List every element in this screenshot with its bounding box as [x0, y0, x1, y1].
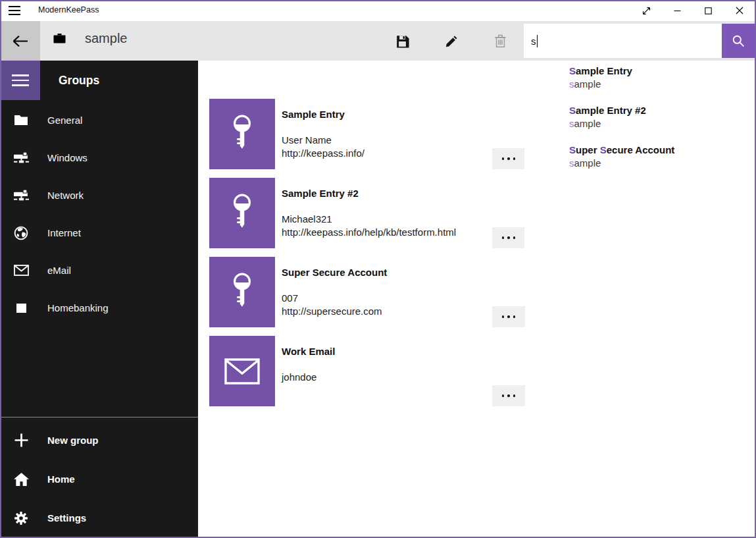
pencil-icon: [445, 34, 459, 48]
close-icon: [736, 7, 743, 14]
entry-title: Super Secure Account: [282, 266, 387, 279]
text-caret: [537, 35, 538, 47]
entry-tile[interactable]: [209, 178, 275, 248]
entry-tile[interactable]: [209, 336, 275, 406]
new-group-button[interactable]: New group: [0, 421, 198, 460]
maximize-icon: [705, 7, 712, 14]
expand-icon: [642, 7, 651, 15]
save-icon: [395, 34, 409, 48]
save-button[interactable]: [386, 25, 418, 57]
window-controls: [631, 1, 755, 20]
folder-icon: [13, 115, 29, 126]
entry-username: Michael321: [282, 213, 332, 226]
maximize-button[interactable]: [693, 1, 724, 20]
entry-url: http://keepass.info/: [282, 147, 365, 160]
sidebar-item-general[interactable]: General: [0, 101, 198, 139]
sidebar: Groups General Windows Network Internet: [0, 61, 198, 538]
suggestion-item[interactable]: Sample Entry #2 sample: [569, 104, 747, 130]
nav-menu-button[interactable]: [0, 61, 40, 100]
search-query: s: [531, 36, 536, 47]
settings-button[interactable]: Settings: [0, 498, 198, 537]
briefcase-icon: [53, 34, 66, 43]
entry-title: Sample Entry: [282, 108, 345, 121]
edit-button[interactable]: [436, 25, 467, 57]
more-button[interactable]: [492, 148, 525, 169]
app-window: ModernKeePass: [0, 0, 756, 538]
network-icon: [13, 190, 29, 202]
key-icon: [228, 114, 256, 155]
database-title: sample: [85, 31, 127, 46]
home-button[interactable]: Home: [0, 460, 198, 498]
more-button[interactable]: [492, 227, 525, 248]
delete-button[interactable]: [484, 25, 516, 57]
entry-username: johndoe: [282, 371, 316, 384]
sidebar-item-windows[interactable]: Windows: [0, 139, 198, 176]
hamburger-icon[interactable]: [9, 6, 20, 15]
search-input[interactable]: s: [524, 24, 722, 58]
plus-icon: [13, 433, 29, 447]
entry-url: http://keepass.info/help/kb/testform.htm…: [282, 226, 456, 239]
entry-tile[interactable]: [209, 99, 275, 169]
entry-tile[interactable]: [209, 257, 275, 327]
suggestion-item[interactable]: Sample Entry sample: [569, 65, 747, 91]
key-icon: [228, 272, 256, 313]
entry-url: http://supersecure.com: [282, 305, 382, 318]
more-button[interactable]: [492, 306, 525, 327]
trash-icon: [494, 34, 507, 48]
titlebar: ModernKeePass: [0, 0, 756, 21]
entry-username: 007: [282, 292, 298, 305]
search-button[interactable]: [722, 24, 755, 58]
close-button[interactable]: [724, 1, 755, 20]
fullscreen-button[interactable]: [631, 1, 662, 20]
sidebar-item-homebanking[interactable]: Homebanking: [0, 289, 198, 327]
entry-title: Sample Entry #2: [282, 187, 359, 200]
mail-icon: [13, 265, 29, 276]
minimize-icon: [674, 7, 681, 14]
groups-heading: Groups: [59, 67, 99, 94]
mail-icon: [224, 358, 260, 385]
key-icon: [228, 193, 256, 234]
suggestion-item[interactable]: Super Secure Account sample: [569, 144, 747, 170]
search-suggestions: Sample Entry sample Sample Entry #2 samp…: [524, 61, 755, 263]
app-title: ModernKeePass: [38, 0, 99, 20]
home-icon: [13, 473, 29, 486]
entry-title: Work Email: [282, 345, 335, 358]
entry-username: User Name: [282, 134, 332, 147]
square-icon: [13, 304, 29, 313]
sidebar-item-network[interactable]: Network: [0, 176, 198, 214]
gear-icon: [13, 511, 29, 525]
globe-icon: [13, 226, 29, 240]
sidebar-divider: [0, 417, 198, 417]
network-icon: [13, 152, 29, 164]
back-button[interactable]: [0, 21, 40, 61]
sidebar-item-email[interactable]: eMail: [0, 252, 198, 289]
magnifier-icon: [732, 34, 745, 47]
minimize-button[interactable]: [662, 1, 693, 20]
hamburger-icon: [12, 74, 29, 86]
back-arrow-icon: [12, 35, 28, 47]
sidebar-item-internet[interactable]: Internet: [0, 214, 198, 252]
more-button[interactable]: [492, 385, 525, 406]
